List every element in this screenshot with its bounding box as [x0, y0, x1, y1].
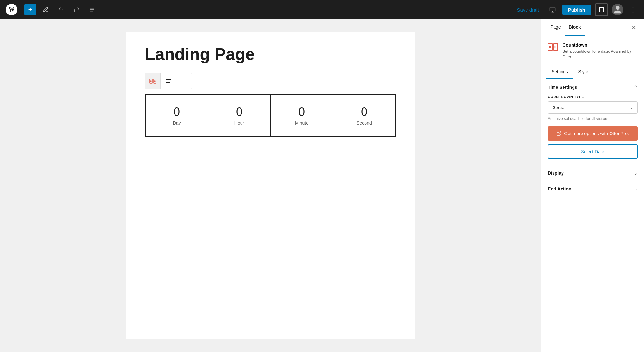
block-info: 0 0 Countdown Set a countdown for a date… — [541, 36, 644, 65]
sidebar-icon — [599, 7, 604, 13]
sidebar: Page Block ✕ 0 0 Countdown Set a countdo… — [541, 19, 644, 352]
save-draft-button[interactable]: Save draft — [513, 5, 543, 15]
align-button[interactable] — [161, 73, 176, 89]
second-label: Second — [356, 120, 372, 125]
list-view-button[interactable] — [86, 4, 98, 15]
external-link-icon — [556, 131, 562, 136]
vertical-dots-icon: ⋮ — [181, 79, 186, 84]
edit-pen-button[interactable] — [40, 4, 52, 15]
topbar: W + Save draft — [0, 0, 644, 19]
day-number: 0 — [174, 106, 180, 118]
countdown-type-select[interactable]: Static Evergreen — [548, 101, 638, 114]
align-icon — [166, 79, 171, 83]
main-layout: Landing Page 0 0 — [0, 19, 644, 352]
sidebar-tab-bar: Page Block ✕ — [541, 19, 644, 36]
countdown-minute-item: 0 Minute — [270, 95, 333, 137]
svg-text:0: 0 — [554, 45, 556, 49]
countdown-type-label: COUNTDOWN TYPE — [548, 95, 638, 99]
end-action-label: End Action — [548, 186, 571, 191]
day-label: Day — [173, 120, 181, 125]
hour-number: 0 — [236, 106, 242, 118]
display-toggle[interactable]: Display ⌄ — [541, 165, 644, 181]
page-title: Landing Page — [145, 45, 396, 63]
chevron-up-icon: ⌃ — [634, 85, 638, 90]
display-section: Display ⌄ — [541, 165, 644, 181]
chevron-down-icon: ⌄ — [634, 171, 638, 176]
block-description: Set a countdown for a date. Powered by O… — [563, 49, 638, 60]
monitor-icon — [549, 6, 556, 13]
svg-text:0: 0 — [150, 80, 152, 83]
sidebar-close-button[interactable]: ✕ — [629, 23, 639, 32]
countdown-second-item: 0 Second — [333, 95, 395, 137]
more-block-options-button[interactable]: ⋮ — [176, 73, 192, 89]
time-settings-body: COUNTDOWN TYPE Static Evergreen ⌄ An uni… — [541, 95, 644, 165]
second-number: 0 — [361, 106, 367, 118]
list-icon — [89, 7, 95, 13]
wp-logo-text: W — [9, 6, 14, 13]
otter-pro-button[interactable]: Get more options with Otter Pro. — [548, 126, 638, 141]
minute-number: 0 — [298, 106, 305, 118]
tab-page[interactable]: Page — [546, 19, 565, 36]
countdown-block-icon: 0 0 — [548, 43, 558, 51]
end-action-toggle[interactable]: End Action ⌄ — [541, 181, 644, 197]
time-settings-label: Time Settings — [548, 85, 577, 90]
undo-icon — [58, 7, 64, 13]
countdown-day-item: 0 Day — [146, 95, 208, 137]
countdown-block[interactable]: 0 Day 0 Hour 0 Minute 0 Second — [145, 94, 396, 137]
hour-label: Hour — [234, 120, 244, 125]
svg-text:0: 0 — [154, 80, 156, 83]
block-name: Countdown — [563, 42, 638, 48]
end-action-section: End Action ⌄ — [541, 181, 644, 197]
select-date-label: Select Date — [581, 149, 604, 154]
countdown-hint: An universal deadline for all visitors — [548, 116, 638, 122]
countdown-hour-item: 0 Hour — [208, 95, 270, 137]
display-label: Display — [548, 171, 564, 176]
editor-content: Landing Page 0 0 — [126, 32, 415, 339]
publish-button[interactable]: Publish — [562, 5, 591, 15]
avatar-icon — [613, 5, 622, 14]
preview-button[interactable] — [547, 4, 558, 15]
redo-button[interactable] — [71, 4, 82, 15]
tab-block[interactable]: Block — [565, 19, 585, 36]
more-options-button[interactable]: ⋮ — [627, 5, 639, 15]
tab-settings[interactable]: Settings — [546, 65, 573, 79]
tab-style[interactable]: Style — [573, 65, 593, 79]
wp-logo[interactable]: W — [5, 3, 18, 16]
countdown-type-wrapper: Static Evergreen ⌄ — [548, 101, 638, 114]
countdown-block-type-button[interactable]: 0 0 — [145, 73, 161, 89]
editor-area: Landing Page 0 0 — [0, 19, 541, 352]
block-toolbar: 0 0 ⋮ — [145, 73, 192, 89]
svg-rect-6 — [599, 7, 604, 12]
user-avatar[interactable] — [612, 4, 623, 15]
time-settings-toggle[interactable]: Time Settings ⌃ — [541, 79, 644, 95]
pen-icon — [43, 7, 49, 13]
svg-line-19 — [559, 132, 561, 134]
settings-tab-bar: Settings Style — [541, 65, 644, 79]
sidebar-body: 0 0 Countdown Set a countdown for a date… — [541, 36, 644, 352]
redo-icon — [74, 7, 80, 13]
undo-button[interactable] — [55, 4, 67, 15]
add-block-button[interactable]: + — [24, 4, 36, 15]
minute-label: Minute — [295, 120, 308, 125]
countdown-small-icon: 0 0 — [149, 79, 156, 84]
sidebar-toggle-button[interactable] — [595, 3, 608, 16]
time-settings-section: Time Settings ⌃ COUNTDOWN TYPE Static Ev… — [541, 79, 644, 166]
svg-text:0: 0 — [549, 45, 551, 49]
chevron-down-icon-2: ⌄ — [634, 186, 638, 191]
otter-pro-label: Get more options with Otter Pro. — [564, 131, 629, 136]
svg-rect-3 — [550, 7, 555, 11]
select-date-button[interactable]: Select Date — [548, 144, 638, 159]
block-info-text: Countdown Set a countdown for a date. Po… — [563, 42, 638, 60]
plus-icon: + — [28, 6, 33, 13]
